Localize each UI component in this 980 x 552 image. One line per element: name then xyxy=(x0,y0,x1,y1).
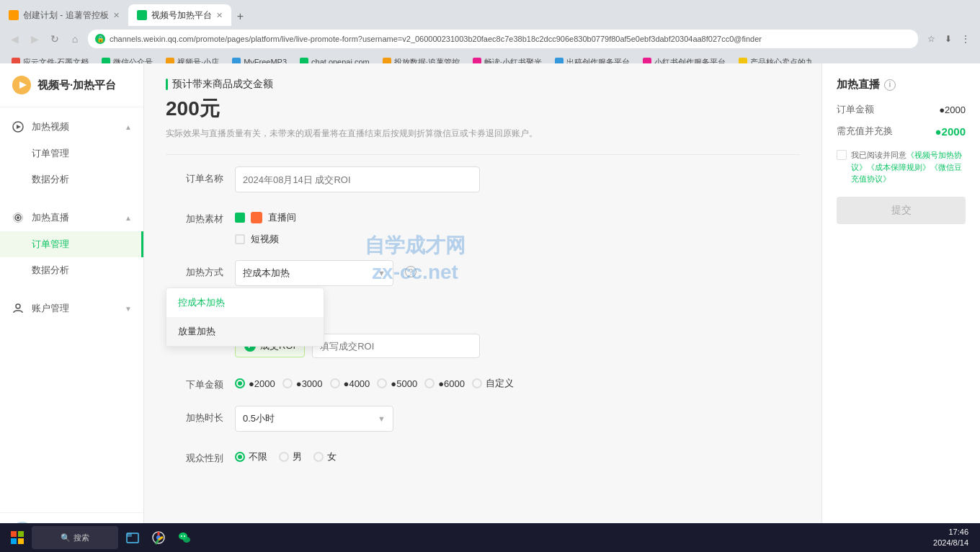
estimated-note: 实际效果与直播质量有关，未带来的观看量将在直播结束后按规则折算微信豆或卡券退回原… xyxy=(166,127,656,140)
taskbar-explorer[interactable] xyxy=(121,526,144,549)
amount-radio-5000[interactable] xyxy=(377,378,387,388)
material-live-item[interactable]: 直播间 xyxy=(235,211,480,224)
sidebar-item-boost-live[interactable]: 加热直播 ▲ xyxy=(0,204,143,231)
sidebar-item-account[interactable]: 账户管理 ▼ xyxy=(0,295,143,322)
gender-all[interactable]: 不限 xyxy=(235,450,267,463)
duration-value: 0.5小时 xyxy=(243,412,275,425)
order-amount-label: 下单金额 xyxy=(166,373,223,391)
dropdown-cost-control[interactable]: 控成本加热 xyxy=(166,288,324,317)
panel-info-icon[interactable]: i xyxy=(884,79,896,91)
amount-radio-6000[interactable] xyxy=(424,378,435,388)
order-amount-row: 下单金额 ●2000 ●3000 ●4000 xyxy=(166,373,800,391)
svg-marker-3 xyxy=(17,125,21,129)
home-button[interactable]: ⌂ xyxy=(68,32,82,46)
tab-close-1[interactable]: ✕ xyxy=(113,11,120,20)
gender-group: 不限 男 女 xyxy=(235,446,480,463)
gender-female-radio[interactable] xyxy=(313,452,324,462)
duration-label: 加热时长 xyxy=(166,406,223,424)
amount-radio-4000[interactable] xyxy=(330,378,340,388)
gender-female[interactable]: 女 xyxy=(313,450,337,463)
material-video-checkbox[interactable] xyxy=(235,234,245,244)
amount-3000[interactable]: ●3000 xyxy=(282,378,323,389)
agreement-checkbox[interactable] xyxy=(837,150,847,160)
duration-arrow: ▼ xyxy=(378,414,386,423)
user-icon xyxy=(12,302,24,315)
panel-recharge-row: 需充值并充换 ●2000 xyxy=(837,125,966,138)
material-field: 直播间 短视频 xyxy=(235,207,480,246)
taskbar-start-button[interactable] xyxy=(6,526,29,549)
menu-icon[interactable]: ⋮ xyxy=(958,32,973,46)
play-icon xyxy=(12,120,24,133)
material-live-icon xyxy=(251,212,262,223)
amount-val-custom: 自定义 xyxy=(486,377,514,390)
heat-method-help-icon[interactable]: ? xyxy=(405,266,416,277)
gender-male-radio[interactable] xyxy=(279,452,289,462)
material-live-checkbox[interactable] xyxy=(235,213,245,223)
amount-val-3000: ●3000 xyxy=(296,378,323,389)
gender-male[interactable]: 男 xyxy=(279,450,302,463)
sidebar-sub-order-live[interactable]: 订单管理 xyxy=(0,231,143,257)
sidebar-sub-order-video[interactable]: 订单管理 xyxy=(0,141,143,166)
taskbar-search[interactable]: 🔍 搜索 xyxy=(32,526,118,549)
amount-5000[interactable]: ●5000 xyxy=(377,378,417,389)
duration-select[interactable]: 0.5小时 ▼ xyxy=(235,406,393,432)
reload-button[interactable]: ↻ xyxy=(48,32,62,46)
heat-method-select[interactable]: 控成本加热 ▼ xyxy=(235,260,393,286)
material-video-item[interactable]: 短视频 xyxy=(235,233,480,246)
order-name-field xyxy=(235,166,480,192)
panel-recharge-value: ●2000 xyxy=(935,125,966,138)
gender-male-label: 男 xyxy=(293,450,302,463)
taskbar: 🔍 搜索 17:46 2024/8/14 xyxy=(0,523,980,552)
svg-rect-11 xyxy=(18,538,24,544)
download-icon[interactable]: ⬇ xyxy=(941,32,956,46)
star-icon[interactable]: ☆ xyxy=(924,32,938,46)
order-name-input[interactable] xyxy=(235,166,480,192)
gender-all-radio[interactable] xyxy=(235,452,245,462)
back-button[interactable]: ◀ xyxy=(7,32,22,46)
duration-row: 加热时长 0.5小时 ▼ xyxy=(166,406,800,432)
tab-bar: 创建计划 - 追薯管控板 ✕ 视频号加热平台 ✕ + xyxy=(0,0,980,26)
sidebar-item-boost-video[interactable]: 加热视频 ▲ xyxy=(0,113,143,141)
svg-point-18 xyxy=(184,535,185,537)
amount-4000[interactable]: ●4000 xyxy=(330,378,370,389)
heat-method-row: 加热方式 控成本加热 ▼ 控成本加热 放量加热 ? xyxy=(166,260,800,286)
taskbar-chrome[interactable] xyxy=(147,526,170,549)
tab-inactive[interactable]: 创建计划 - 追薯管控板 ✕ xyxy=(0,4,128,26)
roi-input[interactable] xyxy=(312,334,480,358)
dropdown-volume-boost[interactable]: 放量加热 xyxy=(166,317,324,346)
tab-active[interactable]: 视频号加热平台 ✕ xyxy=(128,4,231,26)
amount-val-6000: ●6000 xyxy=(438,378,465,389)
amount-2000[interactable]: ●2000 xyxy=(235,378,275,389)
taskbar-wechat[interactable] xyxy=(173,526,196,549)
agreement-link-2[interactable]: 《成本保障规则》 xyxy=(867,163,930,172)
amount-radio-3000[interactable] xyxy=(282,378,293,388)
submit-button[interactable]: 提交 xyxy=(837,197,966,224)
amount-radio-2000[interactable] xyxy=(235,378,245,388)
boost-video-arrow: ▲ xyxy=(125,123,132,131)
main-layout: 视频号·加热平台 加热视频 ▲ 订单管理 数据分析 xyxy=(0,63,980,552)
order-name-row: 订单名称 xyxy=(166,166,800,192)
amount-radio-custom[interactable] xyxy=(472,378,482,388)
tab-close-2[interactable]: ✕ xyxy=(216,11,223,20)
gender-female-label: 女 xyxy=(327,450,337,463)
sidebar-sub-data-live[interactable]: 数据分析 xyxy=(0,257,143,283)
tab-favicon-2 xyxy=(137,10,147,20)
section-indicator xyxy=(166,79,168,90)
amount-val-4000: ●4000 xyxy=(344,378,370,389)
account-mgmt-arrow: ▼ xyxy=(125,305,132,313)
data-analysis-video-label: 数据分析 xyxy=(32,173,69,186)
tab-add-button[interactable]: + xyxy=(231,7,249,26)
forward-button[interactable]: ▶ xyxy=(27,32,42,46)
account-mgmt-label: 账户管理 xyxy=(32,302,117,315)
url-bar[interactable]: 🔒 channels.weixin.qq.com/promote/pages/p… xyxy=(88,30,918,48)
url-text: channels.weixin.qq.com/promote/pages/pla… xyxy=(110,35,762,43)
logo-text: 视频号·加热平台 xyxy=(37,79,116,92)
amount-custom[interactable]: 自定义 xyxy=(472,377,514,390)
amount-group: ●2000 ●3000 ●4000 ●5000 xyxy=(235,373,800,390)
gender-row: 观众性别 不限 男 女 xyxy=(166,446,800,465)
address-bar: ◀ ▶ ↻ ⌂ 🔒 channels.weixin.qq.com/promote… xyxy=(0,26,980,52)
amount-6000[interactable]: ●6000 xyxy=(424,378,465,389)
sidebar-sub-data-video[interactable]: 数据分析 xyxy=(0,166,143,192)
gender-field: 不限 男 女 xyxy=(235,446,480,463)
svg-rect-13 xyxy=(127,533,132,537)
